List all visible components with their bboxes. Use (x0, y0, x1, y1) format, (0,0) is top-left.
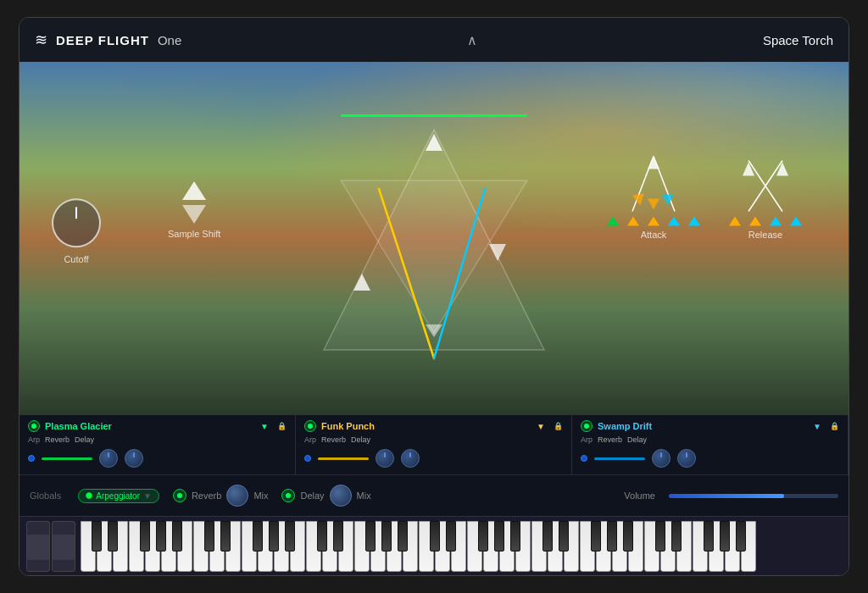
inst1-lock: 🔒 (277, 422, 287, 430)
instrument-slot-3: Swamp Drift ▼ 🔒 Arp Reverb Delay (572, 415, 849, 474)
globals-row: Globals Arpeggiator ▼ Reverb Mix (19, 475, 849, 516)
key-fs6[interactable] (704, 521, 714, 551)
header: ≋ DEEP FLIGHT One ∧ Space Torch (19, 18, 849, 62)
key-as5[interactable] (623, 521, 633, 551)
arpeggiator-btn[interactable]: Arpeggiator ▼ (78, 489, 159, 503)
keyboard (19, 516, 849, 575)
key-cs3[interactable] (317, 521, 327, 551)
inst3-dot[interactable] (581, 455, 587, 462)
inst3-power-btn[interactable] (581, 420, 593, 432)
key-cs6[interactable] (655, 521, 665, 551)
inst2-tags: Arp Reverb Delay (304, 435, 563, 444)
header-left: ≋ DEEP FLIGHT One (35, 30, 181, 49)
inst3-reverb-knob[interactable] (652, 449, 670, 468)
key-fs4[interactable] (478, 521, 488, 551)
key-gs6[interactable] (720, 521, 730, 551)
key-cs2[interactable] (204, 521, 214, 551)
attack-orange-marker[interactable] (627, 217, 639, 226)
inst1-tag-arp: Arp (28, 435, 40, 444)
inst1-power-btn[interactable] (28, 420, 40, 432)
key-fs1[interactable] (140, 521, 150, 551)
reverb-mix-label: Mix (253, 490, 268, 501)
inst2-delay-knob[interactable] (401, 449, 420, 468)
delay-global-knob[interactable] (330, 485, 352, 507)
key-ds2[interactable] (220, 521, 231, 551)
key-gs3[interactable] (381, 521, 392, 551)
inst3-delay-knob[interactable] (677, 449, 696, 468)
sample-shift-up-triangle[interactable] (182, 181, 206, 200)
release-label: Release (748, 230, 782, 240)
key-as1[interactable] (172, 521, 182, 551)
reverb-global-knob[interactable] (226, 485, 248, 507)
inst1-bar[interactable] (42, 457, 92, 460)
central-graphic (273, 113, 595, 384)
release-cyan-marker2[interactable] (790, 217, 802, 226)
key-ds6[interactable] (671, 521, 682, 551)
sample-shift-down-triangle[interactable] (182, 205, 206, 224)
inst1-delay-knob[interactable] (125, 449, 143, 468)
key-cs5[interactable] (542, 521, 553, 551)
attack-orange-marker2[interactable] (648, 217, 659, 226)
key-cs4[interactable] (430, 521, 440, 551)
inst2-arrow[interactable]: ▼ (537, 422, 545, 431)
key-fs2[interactable] (253, 521, 263, 551)
mod-strip[interactable] (52, 521, 75, 572)
key-as4[interactable] (510, 521, 520, 551)
inst2-reverb-knob[interactable] (376, 449, 394, 468)
key-fs3[interactable] (365, 521, 376, 551)
inst3-controls (581, 447, 839, 469)
arpeggiator-control: Arpeggiator ▼ (78, 489, 159, 503)
attack-cyan-marker2[interactable] (688, 217, 700, 226)
logo-icon: ≋ (35, 30, 47, 49)
attack-cyan-marker[interactable] (668, 217, 680, 226)
release-cyan-marker[interactable] (770, 217, 782, 226)
inst2-bar[interactable] (318, 457, 369, 460)
key-as6[interactable] (736, 521, 746, 551)
key-gs5[interactable] (607, 521, 617, 551)
key-as3[interactable] (398, 521, 408, 551)
inst2-power-btn[interactable] (304, 420, 316, 432)
key-gs4[interactable] (494, 521, 504, 551)
key-ds5[interactable] (559, 521, 569, 551)
inst1-arrow[interactable]: ▼ (260, 422, 269, 431)
delay-power-btn[interactable] (281, 489, 295, 502)
inst3-bar[interactable] (594, 457, 645, 460)
volume-bar-container[interactable] (669, 494, 838, 498)
inst1-dot[interactable] (28, 455, 35, 462)
arpeggiator-power (86, 492, 92, 499)
inst1-name: Plasma Glacier (45, 421, 255, 431)
header-chevron[interactable]: ∧ (467, 32, 477, 48)
key-gs1[interactable] (156, 521, 166, 551)
key-ds4[interactable] (446, 521, 456, 551)
attack-green-marker[interactable] (607, 217, 619, 226)
inst2-tag-arp: Arp (304, 435, 316, 444)
white-keys-row (81, 521, 757, 572)
inst3-arrow[interactable]: ▼ (813, 422, 821, 431)
preset-name[interactable]: Space Torch (763, 33, 833, 47)
attack-control: Attack (607, 152, 700, 240)
release-orange-marker[interactable] (729, 217, 741, 226)
release-orange-marker2[interactable] (749, 217, 761, 226)
cutoff-control: Cutoff (52, 198, 101, 264)
svg-marker-10 (648, 157, 659, 169)
svg-marker-12 (648, 199, 659, 210)
key-ds1[interactable] (108, 521, 118, 551)
sample-shift-control: Sample Shift (168, 181, 220, 239)
inst3-name: Swamp Drift (598, 421, 808, 431)
inst1-reverb-knob[interactable] (99, 449, 118, 468)
pitch-mod-area (26, 521, 75, 572)
cutoff-knob[interactable] (52, 198, 101, 247)
reverb-power-btn[interactable] (173, 489, 186, 502)
arpeggiator-dropdown[interactable]: ▼ (143, 491, 152, 501)
instrument-slot-1: Plasma Glacier ▼ 🔒 Arp Reverb Delay (19, 415, 296, 474)
inst2-dot[interactable] (304, 455, 311, 462)
key-cs1[interactable] (92, 521, 102, 551)
globals-label: Globals (30, 490, 61, 501)
inst2-tag-reverb: Reverb (321, 435, 346, 444)
key-as2[interactable] (285, 521, 295, 551)
pitch-bend-strip[interactable] (26, 521, 50, 572)
key-gs2[interactable] (269, 521, 279, 551)
inst2-name: Funk Punch (321, 421, 531, 431)
key-ds3[interactable] (333, 521, 343, 551)
key-fs5[interactable] (591, 521, 601, 551)
